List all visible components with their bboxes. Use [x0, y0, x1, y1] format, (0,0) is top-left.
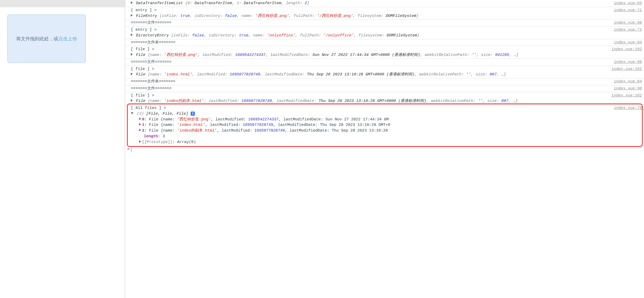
entry-label: [ entry ] > — [131, 8, 157, 12]
console-row[interactable]: =======文件======= index.vue:98 — [125, 19, 644, 26]
source-link[interactable]: index.vue:98 — [614, 86, 642, 92]
console-row[interactable]: [ file ] > File {name: 'index的副本.html', … — [125, 92, 644, 105]
upload-drag-text: 将文件拖到此处，或 — [16, 36, 58, 41]
prototype-prop[interactable]: [[Prototype]]: Array(0) — [131, 139, 611, 145]
expand-icon[interactable] — [139, 123, 141, 126]
source-link[interactable]: index.vue:84 — [614, 79, 642, 85]
length-prop: length: 3 — [131, 134, 611, 139]
source-link[interactable]: index.vue:65 — [614, 1, 642, 6]
left-topbar — [0, 0, 125, 7]
console-prompt[interactable]: > — [125, 146, 644, 152]
expand-icon[interactable] — [131, 14, 133, 17]
console-row[interactable]: =======文件夹======= index.vue:84 — [125, 39, 644, 46]
console-panel: DataTransferItemList {0: DataTransferIte… — [125, 0, 644, 298]
expand-icon[interactable] — [131, 99, 133, 102]
array-item[interactable]: 2: File {name: 'index的副本.html', lastModi… — [131, 128, 611, 134]
upload-dropzone[interactable]: 将文件拖到此处，或点击上传 — [7, 15, 86, 63]
expand-icon[interactable] — [139, 129, 141, 131]
input-cursor — [131, 147, 131, 152]
source-link[interactable]: index.vue:84 — [614, 40, 642, 46]
source-link[interactable]: index.vue:102 — [611, 47, 642, 58]
console-row[interactable]: =======文件======= index.vue:98 — [125, 85, 644, 92]
expand-icon[interactable] — [131, 1, 133, 4]
expand-icon[interactable] — [131, 73, 133, 75]
source-link[interactable]: index.vue:98 — [614, 59, 642, 65]
array-item[interactable]: 1: File {name: 'index.html', lastModifie… — [131, 122, 611, 128]
source-link[interactable]: index.vue:71 — [614, 27, 642, 38]
expand-icon[interactable] — [139, 118, 141, 120]
console-row[interactable]: =======文件======= index.vue:98 — [125, 59, 644, 66]
left-body: 将文件拖到此处，或点击上传 — [0, 7, 125, 298]
prompt-caret-icon: > — [127, 147, 130, 152]
console-row[interactable]: =======文件夹======= index.vue:84 — [125, 78, 644, 85]
console-row-allfiles[interactable]: [ All files ] > (3) [File, File, File] i… — [125, 105, 644, 146]
console-row[interactable]: [ entry ] > FileEntry {isFile: true, isD… — [125, 7, 644, 20]
info-icon[interactable]: i — [191, 112, 195, 116]
source-link[interactable]: index.vue:78 — [614, 105, 642, 145]
console-row[interactable]: [ entry ] > DirectoryEntry {isFile: fals… — [125, 26, 644, 39]
expand-icon[interactable] — [131, 53, 133, 56]
source-link[interactable]: index.vue:102 — [611, 66, 642, 78]
console-row[interactable]: [ file ] > File {name: 'index.html', las… — [125, 66, 644, 78]
source-link[interactable]: index.vue:98 — [614, 20, 642, 26]
upload-click-link[interactable]: 点击上传 — [58, 36, 77, 41]
object-class: DataTransferItemList — [136, 1, 185, 5]
console-row[interactable]: [ file ] > File {name: '西红柿炒蛋.png', last… — [125, 46, 644, 59]
expand-icon[interactable] — [139, 140, 141, 143]
collapse-icon[interactable] — [131, 112, 133, 114]
source-link[interactable]: index.vue:102 — [611, 93, 642, 104]
source-link[interactable]: index.vue:71 — [614, 8, 642, 19]
array-item[interactable]: 0: File {name: '西红柿炒蛋.png', lastModified… — [131, 117, 611, 122]
left-panel: 将文件拖到此处，或点击上传 — [0, 0, 125, 298]
console-row[interactable]: DataTransferItemList {0: DataTransferIte… — [125, 0, 644, 7]
expand-icon[interactable] — [131, 34, 133, 36]
